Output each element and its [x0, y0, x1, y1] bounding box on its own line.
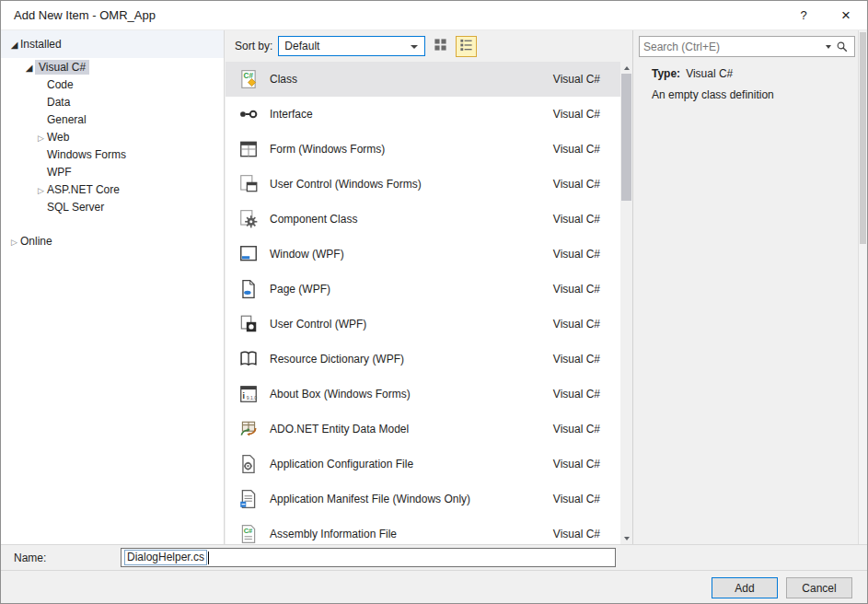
search-icon[interactable] [836, 41, 849, 53]
template-name: Application Configuration File [270, 458, 413, 470]
scrollbar-down-icon[interactable] [620, 532, 632, 544]
template-language: Visual C# [553, 283, 620, 296]
svg-text:C#: C# [244, 527, 253, 535]
close-button[interactable]: × [825, 1, 867, 29]
sort-by-value: Default [284, 40, 319, 52]
name-label: Name: [14, 552, 46, 564]
title-bar: Add New Item - OMR_App ? × [1, 1, 867, 30]
chevron-down-icon[interactable] [826, 45, 831, 49]
sidebar-item-label: Web [47, 131, 69, 144]
template-name: Resource Dictionary (WPF) [270, 353, 404, 366]
small-icons-view-button[interactable] [430, 36, 451, 57]
template-language: Visual C# [553, 143, 620, 156]
dialog-footer: Name: DialogHelper.cs Add Cancel [1, 544, 867, 603]
app-config-icon [237, 453, 260, 475]
search-box[interactable] [639, 36, 855, 57]
sidebar-item-windows-forms[interactable]: Windows Forms [1, 145, 224, 163]
sidebar-item-label: Visual C# [35, 60, 89, 75]
ado-entity-icon [237, 418, 260, 440]
usercontrol-wpf-icon [237, 313, 260, 335]
sidebar-item-code[interactable]: Code [1, 76, 224, 93]
type-label: Type: [652, 67, 680, 80]
name-input-value: DialogHelper.cs [124, 550, 207, 565]
template-list-item[interactable]: Interface Visual C# [226, 97, 620, 132]
add-button[interactable]: Add [712, 577, 778, 598]
template-list-item[interactable]: Application Configuration File Visual C# [226, 447, 620, 482]
sidebar-item-installed[interactable]: Installed [1, 30, 224, 58]
template-language: Visual C# [553, 318, 620, 331]
template-list-item[interactable]: Form (Windows Forms) Visual C# [226, 132, 620, 167]
sidebar-item-visual-csharp[interactable]: Visual C# [1, 58, 224, 76]
scrollbar-thumb[interactable] [621, 74, 631, 201]
sidebar-item-label: General [47, 113, 87, 126]
expander-expanded-icon[interactable] [8, 38, 20, 51]
expander-collapsed-icon[interactable] [35, 131, 47, 144]
sort-by-dropdown[interactable]: Default [278, 36, 425, 56]
sidebar-item-web[interactable]: Web [1, 128, 224, 145]
sidebar-item-online[interactable]: Online [1, 232, 224, 250]
template-list-item[interactable]: User Control (Windows Forms) Visual C# [226, 167, 620, 202]
about-box-icon: i9.1.0 [237, 383, 260, 405]
template-list-item[interactable]: User Control (WPF) Visual C# [226, 307, 620, 342]
scrollbar-thumb[interactable] [860, 32, 866, 244]
template-list-item[interactable]: Window (WPF) Visual C# [226, 237, 620, 272]
chevron-down-icon [411, 45, 418, 49]
component-class-icon [237, 208, 260, 230]
template-language: Visual C# [553, 528, 620, 540]
template-language: Visual C# [553, 493, 620, 505]
template-name: Page (WPF) [270, 283, 330, 296]
template-panel: Sort by: Default C# Class Visual C# [226, 30, 632, 544]
template-description: An empty class definition [652, 88, 774, 101]
template-name: Form (Windows Forms) [270, 143, 385, 156]
template-list-item[interactable]: Component Class Visual C# [226, 202, 620, 237]
resource-dictionary-icon [237, 348, 260, 370]
template-language: Visual C# [553, 423, 620, 436]
sidebar-item-label: SQL Server [47, 201, 104, 214]
template-language: Visual C# [553, 248, 620, 261]
template-list-item[interactable]: Page (WPF) Visual C# [226, 272, 620, 307]
sort-toolbar: Sort by: Default [226, 30, 632, 62]
search-input[interactable] [640, 41, 826, 53]
template-list-item[interactable]: i9.1.0 About Box (Windows Forms) Visual … [226, 377, 620, 412]
page-wpf-icon [237, 278, 260, 300]
sidebar-item-label: ASP.NET Core [47, 183, 120, 196]
template-list: C# Class Visual C# Interface Visual C# F… [226, 62, 620, 544]
sidebar-item-data[interactable]: Data [1, 93, 224, 110]
template-list-item[interactable]: C# Class Visual C# [226, 62, 620, 97]
sidebar-item-aspnet-core[interactable]: ASP.NET Core [1, 180, 224, 198]
list-view-button[interactable] [456, 36, 477, 57]
installed-label: Installed [20, 38, 62, 51]
sidebar-item-general[interactable]: General [1, 110, 224, 128]
sidebar-item-label: Data [47, 96, 70, 109]
dialog-title: Add New Item - OMR_App [14, 8, 156, 22]
sidebar-item-sql-server[interactable]: SQL Server [1, 198, 224, 215]
template-name: Interface [270, 108, 313, 121]
template-list-item[interactable]: Application Manifest File (Windows Only)… [226, 482, 620, 517]
interface-icon [237, 103, 260, 125]
template-language: Visual C# [553, 108, 620, 121]
expander-expanded-icon[interactable] [23, 61, 35, 74]
template-list-item[interactable]: ADO.NET Entity Data Model Visual C# [226, 412, 620, 447]
template-name: Assembly Information File [270, 528, 397, 540]
app-manifest-icon [237, 488, 260, 510]
svg-text:i: i [243, 391, 245, 401]
form-winforms-icon [237, 138, 260, 160]
help-button[interactable]: ? [782, 1, 825, 29]
dialog-right-scrollbar[interactable] [858, 30, 867, 544]
expander-collapsed-icon[interactable] [8, 235, 20, 248]
cancel-button[interactable]: Cancel [786, 577, 852, 598]
window-wpf-icon [237, 243, 260, 265]
template-language: Visual C# [553, 213, 620, 226]
template-list-scrollbar[interactable] [620, 62, 632, 544]
expander-collapsed-icon[interactable] [35, 183, 47, 196]
button-band: Add Cancel [1, 571, 867, 603]
scrollbar-up-icon[interactable] [620, 62, 632, 74]
add-new-item-dialog: Add New Item - OMR_App ? × Installed Vis… [0, 0, 868, 604]
template-language: Visual C# [553, 388, 620, 401]
template-language: Visual C# [553, 178, 620, 191]
sidebar-item-wpf[interactable]: WPF [1, 163, 224, 180]
name-input[interactable]: DialogHelper.cs [121, 548, 616, 567]
text-cursor [208, 552, 209, 564]
template-list-item[interactable]: Resource Dictionary (WPF) Visual C# [226, 342, 620, 377]
template-list-item[interactable]: C# Assembly Information File Visual C# [226, 517, 620, 544]
